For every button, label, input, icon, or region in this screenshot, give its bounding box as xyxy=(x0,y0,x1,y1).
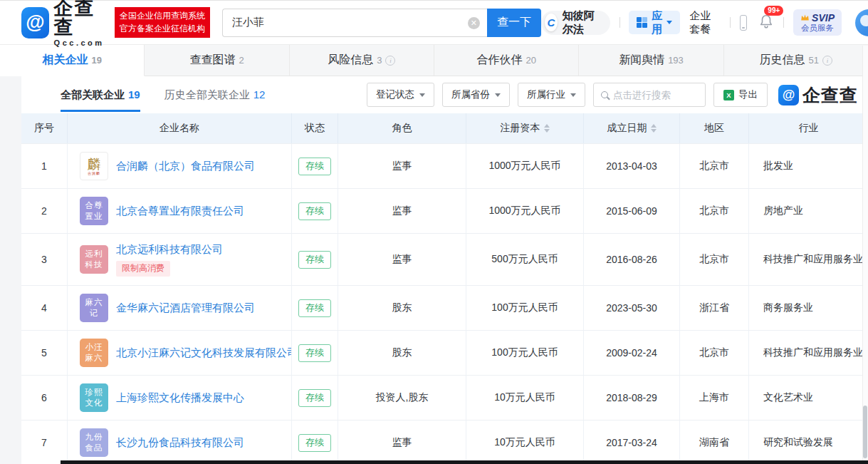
tab-history-info[interactable]: 历史信息51 i xyxy=(724,45,868,76)
status-badge: 存续 xyxy=(298,251,331,269)
search-icon xyxy=(601,91,608,98)
vertical-scrollbar[interactable] xyxy=(862,46,868,464)
company-logo: 麟 合润麟 xyxy=(80,152,108,180)
search-button[interactable]: 查一下 xyxy=(487,9,541,37)
status-badge: 存续 xyxy=(298,344,331,362)
company-link[interactable]: 北京小汪麻六记文化科技发展有限公司 xyxy=(116,346,292,360)
table-row: 6 珍熙 文化 上海珍熙文化传播发展中心 存续 投资人,股东 10万元人民币 2… xyxy=(21,375,868,420)
list-search-box[interactable] xyxy=(593,83,706,107)
qcc-watermark: @ 企查查 xyxy=(778,83,858,107)
table-header-row: 序号 企业名称 状态 角色 注册资本 成立日期 地区 行业 xyxy=(21,113,868,143)
col-header-role: 角色 xyxy=(338,113,466,143)
apps-grid-icon xyxy=(637,17,647,28)
enterprise-package-link[interactable]: 企业套餐 xyxy=(689,9,721,36)
company-logo: 麻六 记 xyxy=(80,294,108,322)
filter-registration-status[interactable]: 登记状态 xyxy=(367,83,434,107)
company-logo: 合尊 置业 xyxy=(80,197,108,225)
table-row: 2 合尊 置业 北京合尊置业有限责任公司 存续 监事 1000万元人民币 201… xyxy=(21,188,868,233)
company-logo: 珍熙 文化 xyxy=(80,383,108,412)
filter-province[interactable]: 所属省份 xyxy=(442,83,510,107)
scrollbar-thumb[interactable] xyxy=(863,406,867,458)
bottom-edge-bar xyxy=(61,460,868,464)
chevron-down-icon xyxy=(570,93,576,97)
company-link[interactable]: 金华麻六记酒店管理有限公司 xyxy=(116,301,255,315)
subtab-history-related[interactable]: 历史全部关联企业 12 xyxy=(164,78,266,112)
user-avatar[interactable] xyxy=(855,9,868,36)
tab-partners[interactable]: 合作伙伴20 xyxy=(434,45,579,76)
status-badge: 存续 xyxy=(298,434,331,452)
status-badge: 存续 xyxy=(298,202,331,220)
col-header-industry: 行业 xyxy=(749,113,868,143)
qcc-logo-icon: @ xyxy=(21,7,49,38)
bell-icon xyxy=(758,14,774,29)
tab-news[interactable]: 新闻舆情193 xyxy=(579,45,723,76)
gov-certification-badge: 全国企业信用查询系统 官方备案企业征信机构 xyxy=(115,7,210,38)
search-input[interactable] xyxy=(222,9,487,37)
chevron-down-icon xyxy=(419,93,425,97)
sort-capital-icon[interactable] xyxy=(544,124,550,133)
related-companies-panel: 全部关联企业 19 历史全部关联企业 12 登记状态 所属省份 所属行业 X 导… xyxy=(21,76,868,464)
col-header-status: 状态 xyxy=(292,113,338,143)
divider xyxy=(783,17,784,28)
tab-graph[interactable]: 查查图谱2 xyxy=(145,45,289,76)
info-icon[interactable]: i xyxy=(822,56,832,66)
company-link[interactable]: 上海珍熙文化传播发展中心 xyxy=(116,391,244,405)
export-button[interactable]: X 导出 xyxy=(713,83,768,107)
mobile-app-icon[interactable] xyxy=(740,15,748,31)
qcc-logo[interactable]: @ 企查查 Qcc.com xyxy=(21,0,108,47)
crown-icon xyxy=(800,14,810,21)
company-link[interactable]: 北京合尊置业有限责任公司 xyxy=(116,205,244,218)
col-header-date: 成立日期 xyxy=(584,113,680,143)
filter-industry[interactable]: 所属行业 xyxy=(518,83,585,107)
col-header-capital: 注册资本 xyxy=(466,113,584,143)
tab-risk-info[interactable]: 风险信息3 i xyxy=(290,45,434,76)
top-navbar: @ 企查查 Qcc.com 全国企业信用查询系统 官方备案企业征信机构 ✕ 查一… xyxy=(0,0,868,45)
list-search-input[interactable] xyxy=(613,90,698,100)
table-row: 7 九份 食品 长沙九份食品科技有限公司 存续 监事 10万元人民币 2017-… xyxy=(21,420,868,464)
brand-domain: Qcc.com xyxy=(54,39,108,47)
subtab-all-related[interactable]: 全部关联企业 19 xyxy=(61,78,140,112)
col-header-name: 企业名称 xyxy=(68,113,292,143)
divider xyxy=(730,17,731,28)
chevron-down-icon xyxy=(666,21,672,24)
status-badge: 存续 xyxy=(298,389,331,407)
company-logo: 九份 食品 xyxy=(80,428,108,457)
excel-icon: X xyxy=(723,90,734,100)
col-header-region: 地区 xyxy=(680,113,749,143)
status-badge: 存续 xyxy=(298,299,331,317)
search-bar: ✕ 查一下 xyxy=(222,9,541,37)
status-badge: 存续 xyxy=(298,158,331,175)
table-row: 5 小汪 麻六 北京小汪麻六记文化科技发展有限公司 存续 股东 100万元人民币… xyxy=(21,330,868,375)
tab-related-companies[interactable]: 相关企业19 xyxy=(0,45,145,76)
sort-date-icon[interactable] xyxy=(651,124,657,133)
chevron-down-icon xyxy=(495,93,501,97)
qcc-watermark-icon: @ xyxy=(778,85,799,105)
list-toolbar: 全部关联企业 19 历史全部关联企业 12 登记状态 所属省份 所属行业 X 导… xyxy=(21,76,868,113)
company-logo: 小汪 麻六 xyxy=(80,339,108,367)
brand-name: 企查查 xyxy=(54,0,108,37)
company-link[interactable]: 长沙九份食品科技有限公司 xyxy=(116,436,244,450)
notifications-button[interactable]: 99+ xyxy=(758,14,774,32)
col-header-no: 序号 xyxy=(21,113,68,143)
company-link[interactable]: 合润麟（北京）食品有限公司 xyxy=(116,160,255,173)
divider xyxy=(619,17,620,28)
table-row: 3 远利 科技 北京远利科技有限公司 限制高消费 存续 监事 500万元人民币 … xyxy=(21,233,868,285)
info-icon[interactable]: i xyxy=(385,56,395,66)
notification-count-badge: 99+ xyxy=(764,6,783,16)
svip-membership-button[interactable]: SVIP 会员服务 xyxy=(793,9,842,36)
company-link[interactable]: 北京远利科技有限公司 xyxy=(116,243,223,257)
table-row: 1 麟 合润麟 合润麟（北京）食品有限公司 存续 监事 1000万元人民币 20… xyxy=(21,143,868,188)
company-logo: 远利 科技 xyxy=(80,245,108,274)
section-tabbar: 相关企业19 查查图谱2 风险信息3 i 合作伙伴20 新闻舆情193 历史信息… xyxy=(0,45,868,76)
zhibi-alpha-icon: C xyxy=(545,14,558,31)
apps-menu-button[interactable]: 应用 xyxy=(629,11,680,34)
zhibi-alpha-entry[interactable]: C 知彼阿尔法 xyxy=(541,11,610,35)
consumption-restriction-tag[interactable]: 限制高消费 xyxy=(116,261,170,277)
table-row: 4 麻六 记 金华麻六记酒店管理有限公司 存续 股东 100万元人民币 2023… xyxy=(21,285,868,330)
clear-search-icon[interactable]: ✕ xyxy=(468,17,480,29)
